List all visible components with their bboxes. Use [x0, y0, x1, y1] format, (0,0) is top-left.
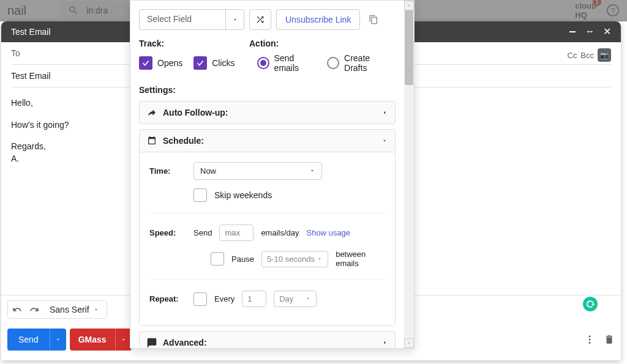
repeat-checkbox[interactable]: [193, 292, 207, 306]
send-button[interactable]: Send: [7, 329, 66, 351]
scroll-down-btn[interactable]: [404, 338, 414, 348]
undo-icon[interactable]: [12, 305, 23, 314]
schedule-section: Schedule: Time: Now Skip weekends S: [139, 129, 396, 326]
day-word: Day: [279, 294, 293, 303]
schedule-title: Schedule:: [163, 136, 204, 146]
advanced-section[interactable]: Advanced:: [139, 331, 396, 348]
time-value: Now: [200, 166, 216, 176]
time-label: Time:: [149, 166, 186, 176]
create-drafts-label: Create Drafts: [344, 53, 389, 73]
scroll-thumb[interactable]: [405, 10, 413, 85]
unsubscribe-link-button[interactable]: Unsubscribe Link: [276, 9, 360, 30]
subject-text: Test Email: [11, 71, 51, 81]
every-word: Every: [214, 294, 235, 303]
skip-weekends-checkbox[interactable]: [193, 188, 207, 202]
pause-word: Pause: [231, 254, 254, 264]
chat-icon: [147, 338, 157, 347]
track-heading: Track:: [139, 39, 249, 48]
schedule-header[interactable]: Schedule:: [140, 130, 395, 152]
auto-followup-section[interactable]: Auto Follow-up:: [139, 101, 396, 124]
chevron-down-icon: [225, 10, 244, 29]
chevron-down-icon: [381, 136, 388, 146]
speed-label: Speed:: [149, 228, 186, 237]
send-word: Send: [193, 228, 212, 237]
opens-label: Opens: [157, 58, 182, 68]
compose-title: Test Email: [11, 27, 51, 37]
pause-select[interactable]: 5-10 seconds: [261, 251, 328, 267]
repeat-unit-select[interactable]: Day: [274, 291, 317, 307]
clicks-label: Clicks: [212, 58, 235, 68]
svg-point-4: [589, 342, 591, 344]
camera-ext-icon[interactable]: 📷: [598, 48, 611, 62]
repeat-label: Repeat:: [149, 294, 186, 303]
show-usage-link[interactable]: Show usage: [307, 228, 351, 237]
clicks-checkbox[interactable]: [193, 56, 207, 70]
more-icon[interactable]: [584, 334, 595, 345]
close-icon[interactable]: ✕: [603, 28, 611, 36]
grammarly-icon[interactable]: [583, 297, 598, 311]
trash-icon[interactable]: [604, 334, 615, 345]
scroll-up-btn[interactable]: [404, 1, 414, 10]
gmass-dropdown[interactable]: [115, 329, 132, 351]
create-drafts-radio[interactable]: [327, 57, 339, 69]
auto-followup-title: Auto Follow-up:: [163, 108, 228, 117]
send-button-label: Send: [7, 335, 50, 344]
minimize-icon[interactable]: [568, 28, 577, 36]
action-heading: Action:: [249, 39, 279, 48]
copy-icon: [369, 15, 378, 24]
send-emails-label: Send emails: [274, 53, 316, 73]
chevron-left-icon: [381, 108, 388, 117]
skip-weekends-label: Skip weekends: [214, 190, 272, 200]
panel-scrollbar[interactable]: [404, 1, 414, 348]
copy-button[interactable]: [365, 11, 382, 28]
font-select-text: Sans Serif: [50, 305, 89, 314]
gmass-button-label: GMass: [70, 335, 115, 344]
redo-icon[interactable]: [29, 305, 40, 314]
chevron-down-icon: [93, 306, 99, 313]
gmass-button[interactable]: GMass: [70, 329, 132, 351]
time-select[interactable]: Now: [193, 162, 322, 180]
send-dropdown[interactable]: [50, 329, 66, 351]
opens-checkbox[interactable]: [139, 56, 152, 70]
bcc-link[interactable]: Bcc: [580, 51, 594, 60]
calendar-icon: [147, 136, 157, 146]
repeat-value-input[interactable]: [242, 291, 266, 307]
between-emails-text: between emails: [336, 250, 385, 268]
shuffle-button[interactable]: [249, 9, 271, 30]
pause-placeholder: 5-10 seconds: [267, 254, 315, 264]
font-select[interactable]: Sans Serif: [46, 303, 103, 316]
svg-point-3: [589, 339, 591, 341]
expand-icon[interactable]: ⤢: [585, 28, 594, 36]
send-emails-radio[interactable]: [257, 57, 269, 69]
to-label: To: [11, 48, 20, 58]
svg-point-2: [589, 335, 591, 337]
reply-icon: [147, 108, 157, 117]
emails-day-text: emails/day: [261, 228, 299, 237]
advanced-title: Advanced:: [163, 338, 207, 347]
settings-heading: Settings:: [139, 85, 396, 95]
unsubscribe-label: Unsubscribe Link: [285, 15, 351, 24]
shuffle-icon: [255, 15, 265, 24]
cc-link[interactable]: Cc: [567, 51, 577, 60]
gmass-settings-panel: Select Field Unsubscribe Link Track: Act…: [130, 0, 415, 349]
select-field-dropdown[interactable]: Select Field: [139, 9, 244, 30]
chevron-left-icon: [381, 338, 388, 347]
pause-checkbox[interactable]: [211, 252, 224, 266]
max-input[interactable]: [219, 225, 253, 241]
select-field-placeholder: Select Field: [140, 10, 225, 29]
